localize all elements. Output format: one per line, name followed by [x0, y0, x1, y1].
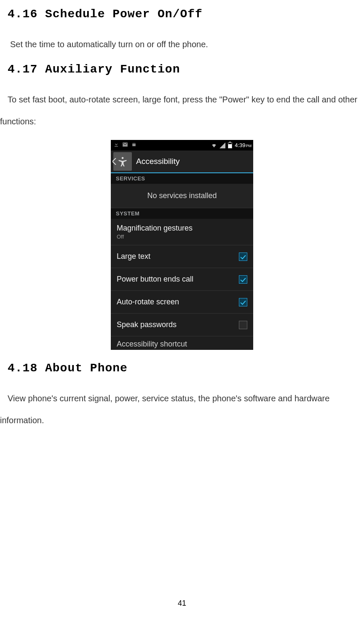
row-large-text[interactable]: Large text	[111, 245, 253, 268]
status-time: 4:39PM	[235, 142, 252, 148]
row-accessibility-shortcut[interactable]: Accessibility shortcut	[111, 336, 253, 350]
page-number: 41	[0, 599, 364, 608]
signal-icon	[219, 142, 225, 148]
svg-point-1	[134, 144, 135, 144]
wifi-icon	[211, 142, 217, 148]
row-speak-passwords[interactable]: Speak passwords	[111, 314, 253, 336]
svg-point-2	[122, 157, 124, 159]
svg-point-0	[133, 144, 134, 144]
row-accessibility-shortcut-label: Accessibility shortcut	[117, 340, 187, 349]
section-system: SYSTEM	[111, 208, 253, 219]
heading-4-18: 4.18 About Phone	[8, 362, 364, 375]
row-magnification-sub: Off	[117, 234, 193, 240]
back-button[interactable]	[113, 152, 132, 171]
paragraph-4-17: To set fast boot, auto-rotate screen, la…	[0, 89, 364, 132]
heading-4-17: 4.17 Auxiliary Function	[8, 63, 364, 76]
row-auto-rotate-label: Auto-rotate screen	[117, 298, 179, 306]
checkbox-large-text[interactable]	[239, 252, 247, 261]
mail-icon	[122, 142, 128, 148]
no-services-row: No services installed	[111, 184, 253, 208]
no-services-label: No services installed	[147, 191, 217, 200]
row-magnification-label: Magnification gestures	[117, 224, 193, 233]
section-services: SERVICES	[111, 173, 253, 184]
action-bar: Accessibility	[111, 150, 253, 173]
screenshot-figure: 4:39PM Accessibility SERVICES No service…	[0, 140, 364, 350]
heading-4-16: 4.16 Schedule Power On/Off	[8, 8, 364, 21]
row-power-ends-call-label: Power button ends call	[117, 275, 193, 284]
row-auto-rotate[interactable]: Auto-rotate screen	[111, 291, 253, 314]
checkbox-power-ends-call[interactable]	[239, 275, 247, 284]
battery-icon	[228, 142, 232, 148]
android-icon	[131, 142, 137, 148]
checkbox-auto-rotate[interactable]	[239, 298, 247, 306]
phone-screenshot: 4:39PM Accessibility SERVICES No service…	[111, 140, 253, 350]
accessibility-icon	[117, 156, 128, 167]
download-icon	[113, 142, 119, 148]
row-power-ends-call[interactable]: Power button ends call	[111, 268, 253, 291]
row-speak-passwords-label: Speak passwords	[117, 320, 177, 329]
checkbox-speak-passwords[interactable]	[239, 321, 247, 329]
actionbar-title: Accessibility	[136, 157, 179, 166]
chevron-left-icon	[112, 158, 117, 166]
row-magnification[interactable]: Magnification gestures Off	[111, 219, 253, 245]
paragraph-4-18: View phone's current signal, power, serv…	[0, 387, 364, 431]
status-notifications	[113, 142, 137, 148]
row-large-text-label: Large text	[117, 252, 150, 261]
status-bar: 4:39PM	[111, 140, 253, 150]
paragraph-4-16: Set the time to automatically turn on or…	[0, 33, 364, 55]
